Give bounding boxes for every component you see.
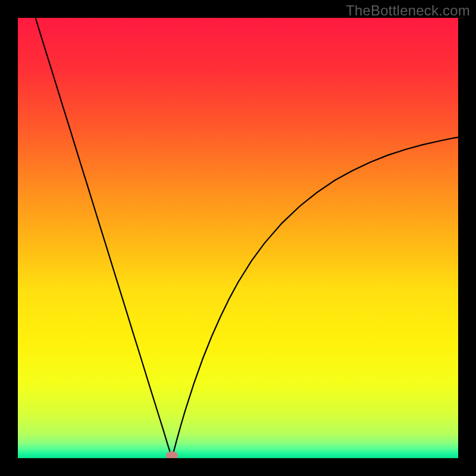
- bottleneck-curve: [36, 18, 458, 457]
- curve-layer: [18, 18, 458, 458]
- chart-frame: TheBottleneck.com: [0, 0, 476, 476]
- watermark-text: TheBottleneck.com: [346, 2, 470, 19]
- optimal-marker: [166, 452, 178, 458]
